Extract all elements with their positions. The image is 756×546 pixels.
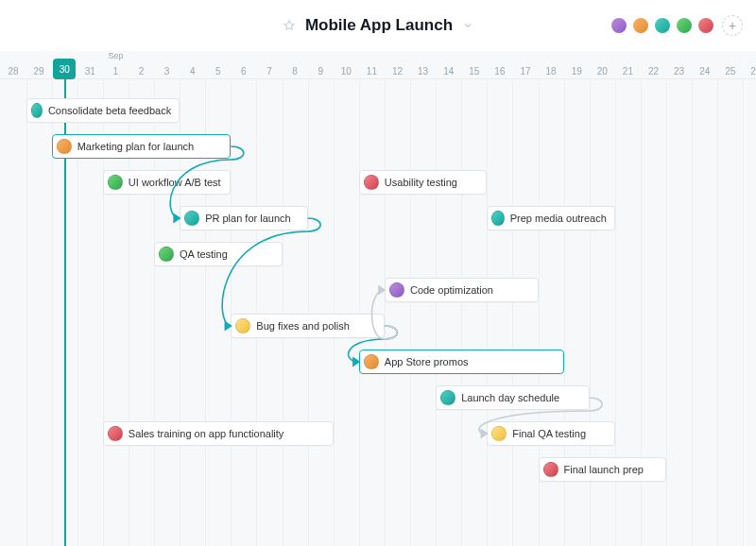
task-label: Bug fixes and polish: [256, 320, 349, 332]
grid-line: [717, 79, 718, 546]
timeline-day[interactable]: 7: [256, 62, 283, 79]
timeline-day[interactable]: 31: [77, 62, 103, 79]
collaborator-avatar[interactable]: [653, 16, 672, 35]
assignee-avatar: [491, 211, 504, 226]
chevron-down-icon[interactable]: [462, 20, 473, 31]
assignee-avatar: [235, 318, 250, 333]
timeline-day[interactable]: 14: [436, 62, 462, 79]
timeline-day[interactable]: 8: [282, 62, 308, 79]
task-bar[interactable]: Consolidate beta feedback: [26, 98, 180, 123]
timeline-day[interactable]: 6: [231, 62, 257, 79]
timeline-day[interactable]: 22: [641, 62, 667, 79]
task-label: UI workflow A/B test: [129, 177, 221, 188]
task-label: Consolidate beta feedback: [48, 105, 171, 116]
task-bar[interactable]: Marketing plan for launch: [52, 134, 232, 159]
timeline-day[interactable]: 18: [538, 62, 564, 79]
timeline-day[interactable]: 28: [0, 62, 26, 79]
timeline-day-today[interactable]: 30: [53, 59, 76, 79]
task-label: Sales training on app functionality: [129, 428, 284, 439]
timeline-day[interactable]: 23: [666, 62, 693, 79]
header-title-wrap: Mobile App Launch: [283, 16, 473, 35]
task-label: Launch day schedule: [461, 392, 559, 403]
task-label: Code optimization: [410, 284, 493, 296]
assignee-avatar: [159, 247, 174, 262]
task-label: Marketing plan for launch: [77, 141, 195, 152]
task-bar[interactable]: Bug fixes and polish: [231, 314, 385, 338]
assignee-avatar: [364, 175, 379, 190]
assignee-avatar: [440, 390, 455, 405]
grid-line: [692, 79, 693, 546]
month-label: Sep: [108, 51, 123, 60]
grid-line: [512, 79, 513, 546]
task-bar[interactable]: QA testing: [154, 242, 283, 266]
grid-line: [436, 79, 437, 546]
add-collaborator-button[interactable]: +: [722, 15, 743, 36]
grid-line: [256, 79, 257, 546]
task-bar[interactable]: PR plan for launch: [180, 206, 308, 230]
assignee-avatar: [57, 139, 72, 154]
collaborator-avatar[interactable]: [696, 16, 715, 35]
timeline-day[interactable]: 16: [487, 62, 513, 79]
task-bar[interactable]: Final QA testing: [487, 421, 615, 446]
timeline-grid: Consolidate beta feedbackMarketing plan …: [0, 79, 756, 546]
task-label: Final QA testing: [512, 428, 586, 439]
grid-line: [231, 79, 232, 546]
timeline-day[interactable]: 17: [512, 62, 539, 79]
timeline-day[interactable]: 10: [333, 62, 359, 79]
timeline-day[interactable]: 9: [307, 62, 334, 79]
timeline-day[interactable]: 11: [358, 62, 385, 79]
timeline-day[interactable]: 15: [461, 62, 488, 79]
timeline-day[interactable]: 25: [717, 62, 744, 79]
timeline-day[interactable]: 19: [563, 62, 590, 79]
task-bar[interactable]: Prep media outreach: [487, 206, 615, 230]
timeline-day[interactable]: 13: [410, 62, 437, 79]
task-label: Usability testing: [385, 177, 457, 188]
timeline-day[interactable]: 20: [589, 62, 615, 79]
star-icon[interactable]: [283, 19, 296, 32]
grid-line: [487, 79, 488, 546]
grid-line: [410, 79, 411, 546]
timeline-day[interactable]: 21: [614, 62, 641, 79]
timeline-day[interactable]: 29: [26, 62, 52, 79]
timeline-day[interactable]: 2: [129, 62, 155, 79]
assignee-avatar: [543, 462, 558, 477]
collaborator-avatar[interactable]: [675, 16, 694, 35]
task-label: PR plan for launch: [205, 213, 291, 224]
task-label: Final launch prep: [564, 464, 644, 475]
task-label: QA testing: [180, 248, 228, 260]
task-bar[interactable]: UI workflow A/B test: [103, 170, 232, 195]
collaborators: +: [610, 0, 743, 51]
grid-line: [743, 79, 744, 546]
assignee-avatar: [389, 282, 404, 298]
collaborator-avatar[interactable]: [631, 16, 650, 35]
grid-line: [666, 79, 667, 546]
project-title[interactable]: Mobile App Launch: [305, 16, 453, 35]
collaborator-avatar[interactable]: [610, 16, 628, 35]
task-bar[interactable]: Final launch prep: [539, 457, 667, 482]
timeline-day[interactable]: 24: [692, 62, 718, 79]
task-bar[interactable]: App Store promos: [359, 350, 564, 374]
assignee-avatar: [108, 426, 123, 441]
timeline-day[interactable]: 3: [154, 62, 180, 79]
task-label: Prep media outreach: [510, 213, 607, 224]
timeline-day[interactable]: 26: [743, 62, 756, 79]
timeline-day[interactable]: 1: [102, 62, 129, 79]
grid-line: [308, 79, 309, 546]
task-bar[interactable]: Sales training on app functionality: [103, 421, 334, 446]
grid-line: [385, 79, 386, 546]
grid-line: [334, 79, 335, 546]
task-bar[interactable]: Code optimization: [385, 278, 539, 302]
task-bar[interactable]: Launch day schedule: [436, 385, 590, 410]
assignee-avatar: [364, 354, 379, 369]
assignee-avatar: [491, 426, 507, 441]
timeline-header: 2829303112345678910111213141516171819202…: [0, 51, 756, 79]
timeline-day[interactable]: 5: [205, 62, 232, 79]
grid-line: [359, 79, 360, 546]
assignee-avatar: [184, 211, 199, 226]
task-label: App Store promos: [385, 356, 469, 367]
timeline-day[interactable]: 12: [385, 62, 411, 79]
assignee-avatar: [31, 103, 43, 118]
grid-line: [26, 79, 27, 546]
timeline-day[interactable]: 4: [180, 62, 206, 79]
task-bar[interactable]: Usability testing: [359, 170, 488, 195]
